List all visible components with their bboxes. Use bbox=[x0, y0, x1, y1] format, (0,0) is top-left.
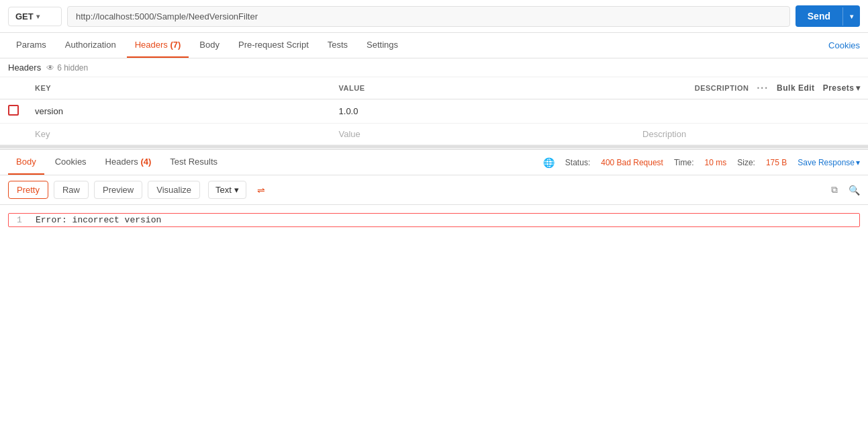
th-desc-label: DESCRIPTION bbox=[695, 84, 749, 92]
text-format-dropdown[interactable]: Text ▾ bbox=[208, 181, 246, 199]
hidden-toggle[interactable]: 👁 6 hidden bbox=[46, 63, 88, 73]
cookies-link[interactable]: Cookies bbox=[828, 34, 860, 57]
response-content: 1 Error: incorrect version bbox=[0, 205, 868, 235]
method-select[interactable]: GET ▾ bbox=[8, 7, 62, 26]
subtab-visualize[interactable]: Visualize bbox=[148, 181, 200, 199]
new-row-placeholder: Key Value Description bbox=[0, 124, 868, 145]
subtab-raw[interactable]: Raw bbox=[54, 181, 89, 199]
send-label: Send bbox=[795, 5, 842, 27]
subtab-preview[interactable]: Preview bbox=[94, 181, 142, 199]
search-icon[interactable]: 🔍 bbox=[849, 185, 860, 196]
row-checkbox-cell bbox=[0, 99, 27, 124]
response-tabs: Body Cookies Headers (4) Test Results 🌐 … bbox=[0, 150, 868, 175]
filter-icon[interactable]: ⇌ bbox=[257, 185, 265, 196]
globe-icon: 🌐 bbox=[543, 157, 554, 168]
row-description[interactable] bbox=[634, 99, 868, 124]
url-bar: GET ▾ Send ▾ bbox=[0, 0, 868, 33]
eye-icon: 👁 bbox=[46, 63, 54, 73]
response-tab-cookies[interactable]: Cookies bbox=[47, 150, 95, 175]
table-row: version 1.0.0 bbox=[0, 99, 868, 124]
line-text: Error: incorrect version bbox=[36, 215, 161, 225]
status-value: 400 Bad Request bbox=[601, 158, 663, 167]
th-description: DESCRIPTION ··· Bulk Edit Presets ▾ bbox=[634, 77, 868, 99]
subtab-pretty[interactable]: Pretty bbox=[8, 181, 48, 199]
headers-sub-label: Headers bbox=[8, 62, 41, 73]
response-tab-headers[interactable]: Headers (4) bbox=[97, 150, 160, 175]
method-chevron: ▾ bbox=[36, 13, 40, 20]
status-bar: 🌐 Status: 400 Bad Request Time: 10 ms Si… bbox=[543, 151, 860, 175]
send-arrow: ▾ bbox=[842, 7, 860, 26]
headers-section: KEY VALUE DESCRIPTION ··· Bulk Edit Pres… bbox=[0, 77, 868, 147]
status-label: Status: bbox=[565, 158, 590, 167]
th-value: VALUE bbox=[331, 77, 635, 99]
tab-headers[interactable]: Headers (7) bbox=[127, 33, 189, 58]
method-label: GET bbox=[15, 11, 34, 22]
copy-icon[interactable]: ⧉ bbox=[831, 184, 838, 196]
size-label: Size: bbox=[737, 158, 755, 167]
size-value: 175 B bbox=[766, 158, 787, 167]
save-response-button[interactable]: Save Response ▾ bbox=[798, 158, 860, 167]
tab-headers-badge: (7) bbox=[170, 40, 181, 50]
url-input[interactable] bbox=[67, 6, 790, 27]
tab-prerequest[interactable]: Pre-request Script bbox=[230, 33, 317, 58]
request-tabs: Params Authorization Headers (7) Body Pr… bbox=[0, 33, 868, 58]
placeholder-description[interactable]: Description bbox=[634, 124, 868, 145]
bulk-edit-button[interactable]: Bulk Edit bbox=[777, 83, 815, 93]
response-section: Body Cookies Headers (4) Test Results 🌐 … bbox=[0, 150, 868, 422]
response-tab-body[interactable]: Body bbox=[8, 150, 44, 175]
three-dots-icon[interactable]: ··· bbox=[757, 83, 769, 93]
row-value[interactable]: 1.0.0 bbox=[331, 99, 635, 124]
text-format-label: Text bbox=[215, 185, 232, 195]
text-format-chevron: ▾ bbox=[234, 185, 239, 195]
tab-tests[interactable]: Tests bbox=[320, 33, 356, 58]
tab-body[interactable]: Body bbox=[191, 33, 228, 58]
headers-sub-row: Headers 👁 6 hidden bbox=[0, 58, 868, 77]
hidden-count: 6 hidden bbox=[57, 63, 88, 73]
presets-button[interactable]: Presets ▾ bbox=[823, 83, 860, 93]
placeholder-key[interactable]: Key bbox=[27, 124, 331, 145]
time-value: 10 ms bbox=[705, 158, 727, 167]
line-number: 1 bbox=[17, 215, 28, 225]
tab-headers-label: Headers bbox=[135, 40, 168, 50]
tab-params[interactable]: Params bbox=[8, 33, 54, 58]
tab-authorization[interactable]: Authorization bbox=[57, 33, 124, 58]
response-tab-testresults[interactable]: Test Results bbox=[162, 150, 226, 175]
headers-table: KEY VALUE DESCRIPTION ··· Bulk Edit Pres… bbox=[0, 77, 868, 145]
app-container: GET ▾ Send ▾ Params Authorization Header… bbox=[0, 0, 868, 422]
time-label: Time: bbox=[674, 158, 694, 167]
tab-settings[interactable]: Settings bbox=[358, 33, 406, 58]
response-line-1: 1 Error: incorrect version bbox=[8, 213, 860, 227]
row-key[interactable]: version bbox=[27, 99, 331, 124]
placeholder-value[interactable]: Value bbox=[331, 124, 635, 145]
send-button[interactable]: Send ▾ bbox=[795, 5, 860, 27]
th-checkbox bbox=[0, 77, 27, 99]
header-row-checkbox[interactable] bbox=[8, 105, 19, 116]
th-key: KEY bbox=[27, 77, 331, 99]
body-subtabs: Pretty Raw Preview Visualize Text ▾ ⇌ ⧉ … bbox=[0, 175, 868, 205]
